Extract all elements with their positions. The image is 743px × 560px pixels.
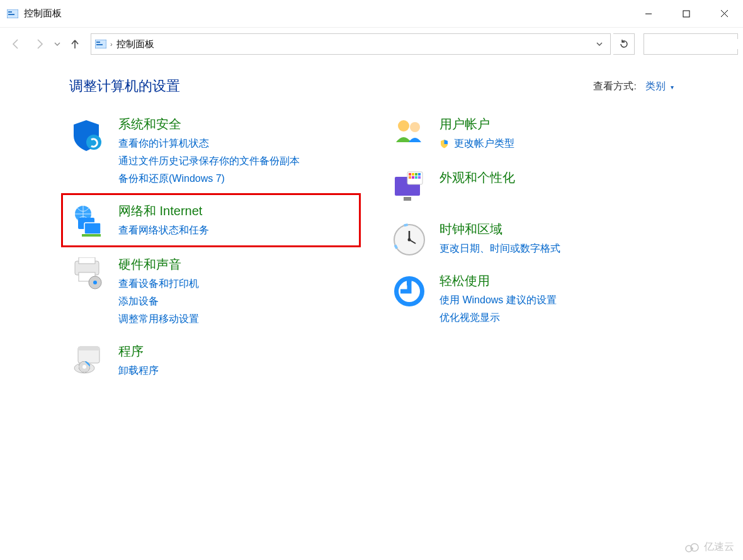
- svg-rect-37: [418, 173, 421, 176]
- category-link[interactable]: 使用 Windows 建议的设置: [440, 291, 675, 309]
- category-title[interactable]: 用户帐户: [440, 116, 675, 132]
- category-title[interactable]: 外观和个性化: [440, 169, 675, 186]
- category-title[interactable]: 硬件和声音: [118, 256, 354, 272]
- category-link[interactable]: 通过文件历史记录保存你的文件备份副本: [118, 152, 354, 170]
- category-link[interactable]: 查看你的计算机状态: [118, 135, 354, 152]
- category-link[interactable]: 更改帐户类型: [440, 135, 675, 154]
- control-panel-icon: [6, 9, 19, 19]
- category-ease-of-access[interactable]: 轻松使用 使用 Windows 建议的设置 优化视觉显示: [384, 265, 680, 334]
- svg-rect-4: [683, 11, 689, 17]
- svg-rect-36: [415, 173, 417, 176]
- page-title: 调整计算机的设置: [69, 77, 180, 96]
- svg-rect-15: [84, 223, 101, 234]
- svg-point-27: [82, 365, 86, 369]
- address-dropdown-button[interactable]: [593, 39, 606, 49]
- navigation-toolbar: › 控制面板: [0, 28, 743, 60]
- category-title[interactable]: 网络和 Internet: [118, 203, 354, 219]
- viewby-value: 类别: [645, 81, 666, 91]
- printer-icon: [68, 255, 108, 293]
- category-link[interactable]: 备份和还原(Windows 7): [118, 170, 354, 188]
- programs-icon: [68, 342, 108, 379]
- window-title: 控制面板: [24, 8, 62, 20]
- svg-rect-38: [409, 176, 411, 179]
- breadcrumb-location[interactable]: 控制面板: [116, 38, 154, 50]
- category-hardware-sound[interactable]: 硬件和声音 查看设备和打印机 添加设备 调整常用移动设置: [63, 249, 359, 335]
- svg-rect-23: [78, 347, 99, 350]
- titlebar: 控制面板: [0, 0, 743, 28]
- svg-rect-2: [8, 14, 14, 15]
- svg-point-51: [691, 547, 693, 550]
- svg-rect-32: [404, 197, 411, 201]
- watermark: 亿速云: [685, 540, 734, 554]
- category-clock-region[interactable]: 时钟和区域 更改日期、时间或数字格式: [384, 213, 680, 265]
- categories-right-column: 用户帐户 更改帐户类型: [384, 108, 680, 387]
- category-title[interactable]: 轻松使用: [440, 272, 675, 289]
- svg-point-28: [398, 120, 409, 132]
- breadcrumb-separator-icon: ›: [110, 40, 113, 48]
- category-user-accounts[interactable]: 用户帐户 更改帐户类型: [384, 108, 680, 162]
- category-appearance[interactable]: 外观和个性化: [384, 162, 680, 213]
- svg-rect-1: [8, 11, 12, 13]
- page-header: 调整计算机的设置 查看方式: 类别 ▾: [0, 60, 743, 108]
- category-link-text: 更改帐户类型: [454, 138, 514, 148]
- search-box[interactable]: [644, 33, 738, 55]
- minimize-button[interactable]: [630, 0, 667, 27]
- category-link[interactable]: 优化视觉显示: [440, 309, 675, 327]
- svg-rect-8: [96, 42, 100, 43]
- location-icon: [95, 39, 106, 49]
- category-title[interactable]: 程序: [118, 343, 354, 359]
- svg-rect-9: [96, 44, 103, 45]
- maximize-button[interactable]: [667, 0, 705, 27]
- watermark-text: 亿速云: [704, 540, 734, 554]
- refresh-button[interactable]: [613, 33, 635, 55]
- viewby-selector[interactable]: 类别 ▾: [645, 80, 674, 93]
- category-link[interactable]: 查看网络状态和任务: [118, 221, 354, 239]
- globe-network-icon: [68, 201, 108, 239]
- category-link[interactable]: 查看设备和打印机: [118, 275, 354, 293]
- svg-point-21: [93, 281, 97, 284]
- svg-rect-39: [412, 176, 414, 179]
- category-system-security[interactable]: 系统和安全 查看你的计算机状态 通过文件历史记录保存你的文件备份副本 备份和还原…: [63, 108, 359, 195]
- categories-left-column: 系统和安全 查看你的计算机状态 通过文件历史记录保存你的文件备份副本 备份和还原…: [63, 108, 359, 387]
- svg-rect-16: [82, 234, 101, 237]
- svg-point-29: [410, 122, 420, 132]
- svg-rect-41: [418, 176, 421, 179]
- forward-button[interactable]: [29, 33, 50, 55]
- back-button[interactable]: [5, 33, 26, 55]
- category-link[interactable]: 调整常用移动设置: [118, 310, 354, 328]
- category-title[interactable]: 系统和安全: [118, 116, 354, 132]
- svg-point-46: [408, 238, 411, 242]
- shield-icon: [68, 115, 108, 152]
- categories: 系统和安全 查看你的计算机状态 通过文件历史记录保存你的文件备份副本 备份和还原…: [0, 108, 743, 387]
- svg-rect-18: [79, 257, 95, 264]
- svg-rect-35: [412, 173, 414, 176]
- uac-shield-icon: [440, 140, 451, 150]
- category-programs[interactable]: 程序 卸载程序: [63, 335, 359, 387]
- category-network-internet[interactable]: 网络和 Internet 查看网络状态和任务: [61, 193, 361, 247]
- viewby-label: 查看方式:: [593, 80, 636, 93]
- recent-locations-button[interactable]: [53, 41, 62, 47]
- up-button[interactable]: [64, 33, 86, 55]
- category-link[interactable]: 添加设备: [118, 293, 354, 310]
- clock-icon: [389, 220, 429, 257]
- close-button[interactable]: [705, 0, 743, 27]
- chevron-down-icon: ▾: [671, 84, 674, 91]
- category-link[interactable]: 更改日期、时间或数字格式: [440, 240, 675, 257]
- appearance-icon: [389, 168, 429, 206]
- users-icon: [389, 115, 429, 152]
- address-bar[interactable]: › 控制面板: [91, 33, 611, 55]
- category-title[interactable]: 时钟和区域: [440, 221, 675, 237]
- ease-of-access-icon: [389, 271, 429, 309]
- search-input[interactable]: [649, 39, 743, 49]
- window-controls: [630, 0, 743, 27]
- svg-rect-34: [409, 173, 411, 176]
- svg-rect-40: [415, 176, 417, 179]
- category-link[interactable]: 卸载程序: [118, 362, 354, 379]
